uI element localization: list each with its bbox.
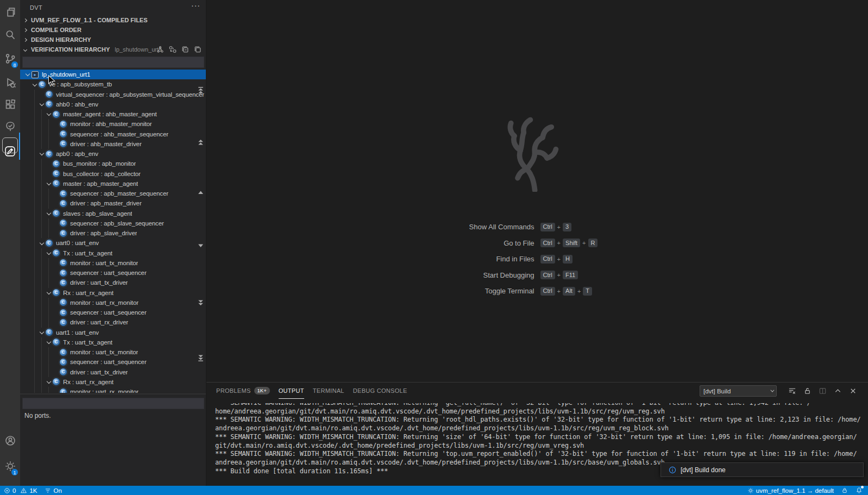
tab-debug-console[interactable]: DEBUG CONSOLE [353, 383, 407, 399]
tree-item[interactable]: Csequencer : ahb_master_sequencer [20, 129, 206, 139]
section-compile-order[interactable]: COMPILE ORDER [20, 25, 206, 35]
tree-marker-dbldownbar [198, 355, 204, 361]
search-icon[interactable] [0, 24, 20, 46]
chevron-expanded-icon[interactable] [39, 328, 46, 337]
section-design-hierarchy[interactable]: DESIGN HIERARCHY [20, 35, 206, 45]
project-label: uvm_ref_flow_1.1 → default [756, 487, 834, 494]
section-compiled-files[interactable]: UVM_REF_FLOW_1.1 - COMPILED FILES [20, 15, 206, 25]
tree-item[interactable]: Cahb0 : ahb_env [20, 99, 206, 109]
twisty-spacer [53, 347, 60, 357]
project-config-status[interactable]: uvm_ref_flow_1.1 → default [747, 487, 834, 494]
tree-item[interactable]: Csequencer : apb_slave_sequencer [20, 218, 206, 228]
chevron-expanded-icon[interactable] [46, 248, 53, 258]
chevron-expanded-icon[interactable] [24, 70, 32, 79]
class-icon: C [60, 130, 67, 137]
dvt-view-icon[interactable] [0, 140, 20, 162]
tree-item[interactable]: CRx : uart_rx_agent [20, 377, 206, 387]
verification-checks-icon[interactable] [0, 116, 20, 137]
chevron-expanded-icon[interactable] [46, 209, 53, 218]
key-cap: Ctrl [540, 223, 555, 231]
tree-item[interactable]: Csequencer : uart_sequencer [20, 268, 206, 278]
chevron-expanded-icon[interactable] [46, 179, 53, 189]
output-channel-select[interactable]: [dvt] Build [700, 385, 777, 397]
tree-marker-dblup [198, 139, 204, 146]
tree-item[interactable]: Cbus_monitor : apb_monitor [20, 159, 206, 168]
tab-terminal[interactable]: TERMINAL [313, 383, 344, 399]
maximize-panel-icon[interactable] [834, 387, 842, 395]
indent-guide [34, 198, 35, 208]
settings-gear-icon[interactable]: 1 [0, 455, 20, 477]
problems-count-badge: 1K+ [254, 387, 270, 394]
section-verification-hierarchy[interactable]: VERIFICATION HIERARCHY lp_shutdown_urt1 [20, 45, 206, 54]
chevron-expanded-icon[interactable] [46, 288, 53, 298]
collapse-all-icon[interactable] [181, 46, 189, 53]
indent-guide [48, 258, 49, 268]
chevron-expanded-icon[interactable] [46, 337, 53, 347]
class-icon: C [53, 339, 60, 346]
tree-item[interactable]: ▸lp_shutdown_urt1 [20, 70, 206, 79]
ports-filter-input[interactable] [22, 398, 204, 409]
tree-item[interactable]: Cdriver : uart_tx_driver [20, 278, 206, 287]
tree-item[interactable]: Cmaster : apb_master_agent [20, 179, 206, 189]
tree-item[interactable]: Cdriver : uart_rx_driver [20, 317, 206, 327]
split-panel-icon[interactable] [819, 387, 827, 395]
tree-item[interactable]: Cbus_collector : apb_collector [20, 169, 206, 179]
tree-item[interactable]: Cmonitor : uart_tx_monitor [20, 347, 206, 357]
tree-item[interactable]: CRx : uart_rx_agent [20, 288, 206, 298]
chevron-expanded-icon[interactable] [32, 79, 39, 89]
workspace-trust-status[interactable] [841, 487, 848, 494]
hierarchy-diagram-icon[interactable] [156, 46, 164, 53]
chevron-expanded-icon[interactable] [39, 238, 46, 248]
run-debug-icon[interactable] [0, 72, 20, 93]
tree-item[interactable]: CTx : uart_tx_agent [20, 337, 206, 347]
group-add-icon[interactable] [169, 46, 177, 53]
tree-item[interactable]: Csequencer : uart_sequencer [20, 308, 206, 317]
tree-item[interactable]: Cvirtual_sequencer : apb_subsystem_virtu… [20, 90, 206, 99]
chevron-expanded-icon[interactable] [46, 377, 53, 387]
notifications-bell[interactable] [856, 487, 863, 494]
tree-item[interactable]: Cmonitor : uart_rx_monitor [20, 298, 206, 308]
copy-hierarchy-icon[interactable] [194, 46, 202, 53]
hierarchy-filter-input[interactable] [22, 57, 204, 68]
tree-item[interactable]: Cdriver : apb_slave_driver [20, 228, 206, 238]
tree-item[interactable]: Cdriver : ahb_master_driver [20, 139, 206, 149]
problems-status[interactable]: 0 1K [4, 487, 37, 494]
clear-output-icon[interactable] [788, 387, 796, 395]
extensions-icon[interactable] [0, 93, 20, 115]
tree-item[interactable]: Csequencer : uart_sequencer [20, 357, 206, 367]
tree-item[interactable]: Cdriver : uart_tx_driver [20, 367, 206, 377]
tree-item[interactable]: Cmaster_agent : ahb_master_agent [20, 109, 206, 119]
close-panel-icon[interactable] [849, 387, 857, 395]
unlock-icon[interactable] [803, 387, 812, 395]
chevron-expanded-icon[interactable] [39, 149, 46, 159]
indent-guide [34, 189, 35, 198]
tree-item[interactable]: Csequencer : apb_master_sequencer [20, 189, 206, 198]
ports-splitter[interactable] [20, 393, 206, 394]
tree-item[interactable]: Cuart0 : uart_env [20, 238, 206, 248]
chevron-expanded-icon[interactable] [46, 109, 53, 119]
class-icon: C [53, 378, 60, 385]
tree-item[interactable]: Capb0 : apb_env [20, 149, 206, 159]
explorer-icon[interactable] [0, 1, 20, 23]
tree-item[interactable]: Cve : apb_subsystem_tb [20, 79, 206, 89]
tree-item[interactable]: Cmonitor : uart_rx_monitor [20, 387, 206, 393]
class-icon: C [53, 180, 60, 187]
tree-item[interactable]: Cuart1 : uart_env [20, 328, 206, 337]
account-icon[interactable] [0, 430, 20, 452]
more-actions-icon[interactable]: ··· [191, 1, 200, 10]
tree-item[interactable]: Cmonitor : uart_tx_monitor [20, 258, 206, 268]
activity-bar: 8 1 [0, 0, 20, 486]
tree-item[interactable]: CTx : uart_tx_agent [20, 248, 206, 258]
tab-output[interactable]: OUTPUT [279, 383, 304, 399]
filter-status[interactable]: On [45, 487, 61, 494]
twisty-spacer [53, 198, 60, 208]
tree-item[interactable]: Cdriver : apb_master_driver [20, 198, 206, 208]
tab-problems[interactable]: PROBLEMS 1K+ [216, 383, 270, 399]
source-control-icon[interactable]: 8 [0, 48, 20, 70]
indent-guide [48, 139, 49, 149]
chevron-expanded-icon[interactable] [39, 99, 46, 109]
tree-item[interactable]: Cslaves : apb_slave_agent [20, 209, 206, 218]
tree-item[interactable]: Cmonitor : ahb_master_monitor [20, 119, 206, 129]
notification-toast[interactable]: [dvt] Build done [661, 462, 864, 477]
indent-guide [41, 218, 42, 228]
